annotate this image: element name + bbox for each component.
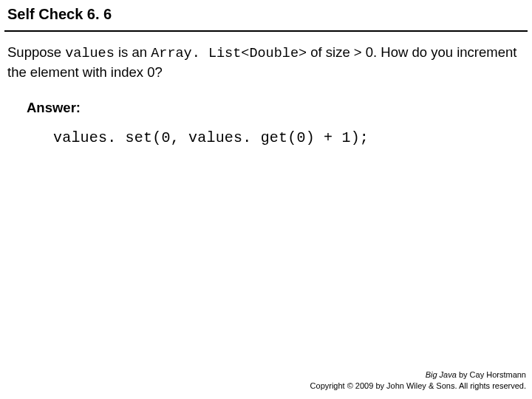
- slide-body: Suppose values is an Array. List<Double>…: [0, 32, 532, 146]
- footer: Big Java by Cay Horstmann Copyright © 20…: [310, 369, 526, 392]
- footer-line-1: Big Java by Cay Horstmann: [310, 369, 526, 381]
- question-text: Suppose values is an Array. List<Double>…: [7, 44, 525, 82]
- slide-title: Self Check 6. 6: [7, 6, 525, 23]
- footer-book-title: Big Java: [426, 370, 457, 379]
- footer-author: by Cay Horstmann: [457, 370, 526, 379]
- answer-label: Answer:: [27, 100, 525, 116]
- answer-block: Answer: values. set(0, values. get(0) + …: [7, 82, 525, 146]
- question-code-1: values: [65, 46, 115, 61]
- question-part-1: Suppose: [7, 44, 65, 60]
- title-wrap: Self Check 6. 6: [0, 0, 532, 26]
- answer-code: values. set(0, values. get(0) + 1);: [27, 116, 525, 146]
- footer-copyright: Copyright © 2009 by John Wiley & Sons. A…: [310, 381, 526, 392]
- question-part-2: is an: [115, 44, 151, 60]
- question-code-2: Array. List<Double>: [151, 46, 307, 61]
- slide: { "title": "Self Check 6. 6", "question"…: [0, 0, 532, 399]
